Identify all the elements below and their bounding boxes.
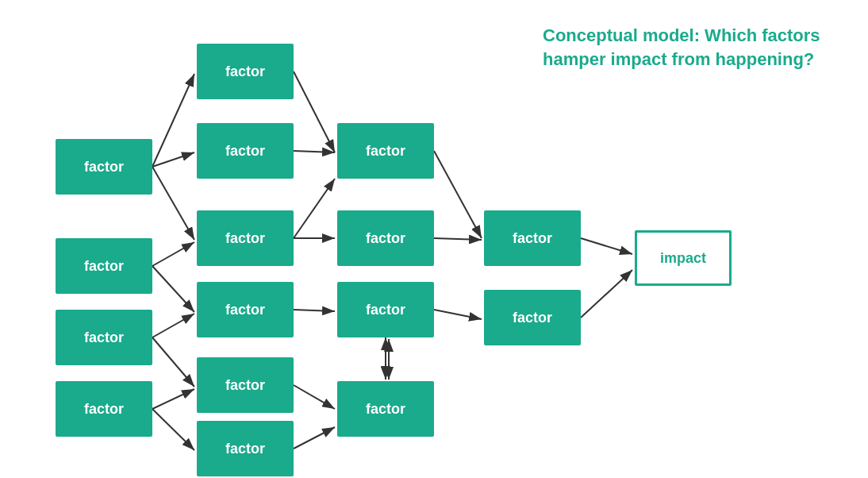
factor-box-col4_r2: factor bbox=[484, 290, 581, 345]
factor-box-col1_r4: factor bbox=[56, 381, 152, 437]
svg-line-4 bbox=[152, 242, 194, 266]
factor-box-col4_r1: factor bbox=[484, 210, 581, 266]
svg-line-14 bbox=[294, 310, 335, 311]
factor-box-col2_r5: factor bbox=[197, 357, 294, 413]
svg-line-2 bbox=[152, 152, 194, 167]
svg-line-17 bbox=[434, 151, 482, 238]
svg-line-5 bbox=[152, 266, 194, 312]
factor-box-col2_r4: factor bbox=[197, 282, 294, 337]
factor-box-col2_r6: factor bbox=[197, 421, 294, 476]
factor-box-col3_r4: factor bbox=[337, 381, 434, 437]
factor-box-col3_r3: factor bbox=[337, 282, 434, 337]
factor-box-col3_r1: factor bbox=[337, 123, 434, 179]
svg-line-1 bbox=[152, 74, 194, 167]
svg-line-8 bbox=[152, 389, 194, 409]
svg-line-6 bbox=[152, 314, 194, 337]
svg-line-26 bbox=[581, 270, 632, 318]
svg-line-15 bbox=[294, 385, 335, 409]
svg-line-12 bbox=[294, 179, 335, 238]
svg-line-18 bbox=[434, 238, 482, 240]
factor-box-col2_r3: factor bbox=[197, 210, 294, 266]
svg-line-10 bbox=[294, 71, 335, 152]
factor-box-col1_r2: factor bbox=[56, 238, 152, 294]
diagram-title: Conceptual model: Which factors hamper i… bbox=[543, 24, 820, 71]
svg-line-16 bbox=[294, 427, 335, 449]
factor-box-col1_r1: factor bbox=[56, 139, 152, 195]
svg-line-19 bbox=[434, 310, 482, 319]
factor-box-col2_r1: factor bbox=[197, 44, 294, 99]
factor-box-col3_r2: factor bbox=[337, 210, 434, 266]
impact-box: impact bbox=[635, 230, 732, 286]
svg-line-9 bbox=[152, 409, 194, 450]
svg-line-11 bbox=[294, 151, 335, 152]
svg-line-3 bbox=[152, 167, 194, 240]
diagram-container: Conceptual model: Which factors hamper i… bbox=[0, 0, 868, 478]
factor-box-col1_r3: factor bbox=[56, 310, 152, 365]
svg-line-25 bbox=[581, 238, 632, 254]
svg-line-7 bbox=[152, 337, 194, 387]
factor-box-col2_r2: factor bbox=[197, 123, 294, 179]
